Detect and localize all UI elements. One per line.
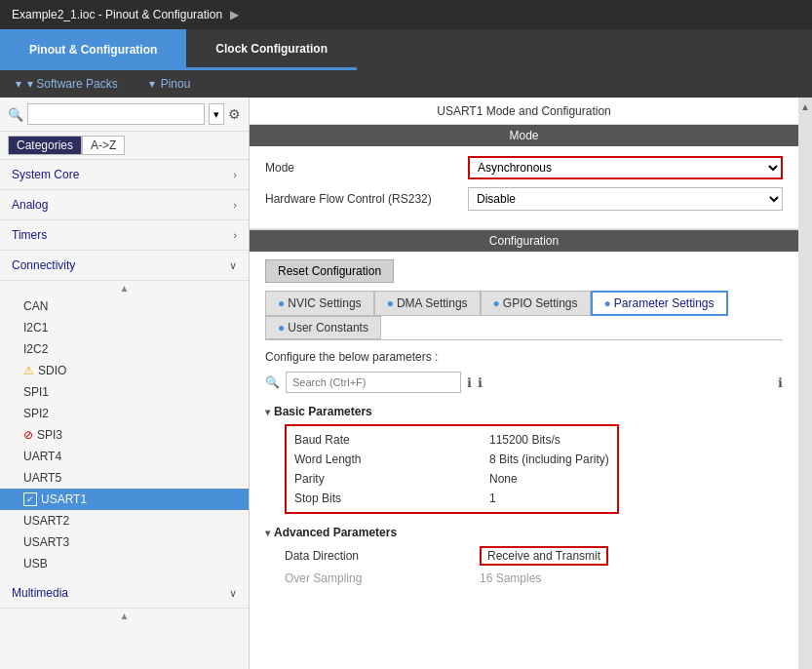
mode-label: Mode: [265, 161, 460, 175]
sub-nav-software-packs[interactable]: ▾ ▾ Software Packs: [0, 77, 134, 91]
sub-nav-pinout[interactable]: ▾ Pinou: [134, 77, 207, 91]
param-row-data-direction: Data Direction Receive and Transmit: [265, 543, 783, 569]
params-search-icon: 🔍: [265, 375, 280, 389]
sidebar-scroll-down[interactable]: ▲: [0, 609, 249, 623]
reset-config-button[interactable]: Reset Configuration: [265, 259, 394, 283]
title-bar: Example2_1.ioc - Pinout & Configuration …: [0, 0, 812, 29]
params-search-bar: 🔍 ℹ ℹ ℹ: [265, 372, 783, 393]
sidebar-sub-uart4[interactable]: UART4: [0, 446, 249, 467]
title-text: Example2_1.ioc - Pinout & Configuration: [12, 8, 222, 21]
right-scroll: ▲: [798, 98, 812, 669]
config-tab-user[interactable]: ● User Constants: [265, 316, 381, 339]
sidebar-sub-spi2[interactable]: SPI2: [0, 403, 249, 424]
sidebar-sub-spi1[interactable]: SPI1: [0, 381, 249, 403]
main-layout: 🔍 ▾ ⚙ Categories A->Z System Core › Anal…: [0, 98, 812, 669]
check-icon: ●: [493, 296, 500, 310]
params-info-icon1: ℹ: [467, 375, 472, 390]
sidebar-sub-usb[interactable]: USB: [0, 553, 249, 574]
title-arrow: ▶: [230, 8, 239, 21]
param-row-baud-rate: Baud Rate 115200 Bits/s: [294, 430, 609, 450]
mode-select[interactable]: Asynchronous: [468, 156, 783, 179]
param-row-parity: Parity None: [294, 469, 609, 489]
chevron-down-icon-multimedia: ∨: [229, 587, 237, 600]
sidebar-tabs: Categories A->Z: [0, 132, 249, 160]
config-tabs: ● NVIC Settings ● DMA Settings ● GPIO Se…: [265, 291, 783, 340]
chevron-right-icon: ›: [233, 169, 237, 180]
sidebar-sub-can[interactable]: CAN: [0, 295, 249, 317]
sidebar-sub-spi3[interactable]: ⊘ SPI3: [0, 424, 249, 446]
sidebar-search-icon: 🔍: [8, 107, 23, 122]
tab-clock-config[interactable]: Clock Configuration: [186, 29, 357, 70]
check-icon: ●: [278, 296, 285, 310]
chevron-down-icon: ∨: [229, 259, 237, 272]
sidebar-search-bar: 🔍 ▾ ⚙: [0, 98, 249, 132]
sidebar-item-timers[interactable]: Timers ›: [0, 220, 249, 251]
params-info-icon2: ℹ: [478, 375, 483, 390]
config-tab-param[interactable]: ● Parameter Settings: [591, 291, 728, 316]
collapse-icon: ▾: [265, 528, 270, 538]
sidebar-sub-usart3[interactable]: USART3: [0, 531, 249, 553]
top-nav: Pinout & Configuration Clock Configurati…: [0, 29, 812, 70]
cancel-icon: ⊘: [23, 428, 33, 442]
mode-row-hwflow: Hardware Flow Control (RS232) Disable: [265, 187, 783, 211]
content-header: USART1 Mode and Configuration: [250, 98, 798, 125]
sidebar-tab-az[interactable]: A->Z: [82, 136, 125, 155]
sidebar-sub-uart5[interactable]: UART5: [0, 467, 249, 489]
chevron-right-icon: ›: [233, 229, 237, 241]
collapse-icon: ▾: [265, 407, 270, 417]
sidebar-item-connectivity[interactable]: Connectivity ∨: [0, 251, 249, 281]
advanced-params-header[interactable]: ▾ Advanced Parameters: [265, 522, 783, 543]
basic-params-header[interactable]: ▾ Basic Parameters: [265, 401, 783, 422]
content-area: USART1 Mode and Configuration Mode Mode …: [250, 98, 798, 669]
sidebar-sub-sdio[interactable]: ⚠ SDIO: [0, 360, 249, 381]
config-section-title: Configuration: [250, 230, 798, 252]
sidebar-item-system-core[interactable]: System Core ›: [0, 160, 249, 190]
sidebar-tab-categories[interactable]: Categories: [8, 136, 82, 155]
mode-row-mode: Mode Asynchronous: [265, 156, 783, 179]
mode-section-title: Mode: [250, 125, 798, 146]
sidebar-item-analog[interactable]: Analog ›: [0, 190, 249, 220]
check-icon: ●: [604, 296, 611, 310]
sidebar-sub-i2c1[interactable]: I2C1: [0, 317, 249, 338]
params-search-input[interactable]: [286, 372, 461, 393]
sidebar-sub-usart2[interactable]: USART2: [0, 510, 249, 531]
check-icon: ●: [278, 321, 285, 334]
sidebar-scroll-up[interactable]: ▲: [0, 281, 249, 295]
param-row-word-length: Word Length 8 Bits (including Parity): [294, 450, 609, 469]
hwflow-label: Hardware Flow Control (RS232): [265, 192, 460, 206]
sub-nav: ▾ ▾ Software Packs ▾ Pinou: [0, 70, 812, 98]
sidebar-sub-i2c2[interactable]: I2C2: [0, 338, 249, 360]
params-label: Configure the below parameters :: [265, 346, 783, 368]
config-tab-gpio[interactable]: ● GPIO Settings: [481, 291, 591, 316]
hwflow-select[interactable]: Disable: [468, 187, 783, 211]
check-icon: ✓: [23, 492, 37, 506]
sidebar: 🔍 ▾ ⚙ Categories A->Z System Core › Anal…: [0, 98, 250, 669]
warning-icon: ⚠: [23, 364, 34, 377]
config-tab-nvic[interactable]: ● NVIC Settings: [265, 291, 374, 316]
sidebar-search-dropdown[interactable]: ▾: [209, 103, 224, 125]
check-icon: ●: [387, 296, 394, 310]
params-info-icon3: ℹ: [778, 375, 783, 390]
tab-pinout-config[interactable]: Pinout & Configuration: [0, 29, 186, 70]
sidebar-sub-usart1[interactable]: ✓ USART1: [0, 489, 249, 510]
sidebar-item-multimedia[interactable]: Multimedia ∨: [0, 578, 249, 609]
sidebar-search-input[interactable]: [27, 103, 205, 125]
mode-section: Mode Asynchronous Hardware Flow Control …: [250, 146, 798, 230]
param-row-stop-bits: Stop Bits 1: [294, 489, 609, 508]
sidebar-gear-icon[interactable]: ⚙: [228, 106, 241, 122]
param-row-over-sampling: Over Sampling 16 Samples: [265, 569, 783, 588]
config-section: Reset Configuration ● NVIC Settings ● DM…: [250, 252, 798, 596]
basic-params-group: Baud Rate 115200 Bits/s Word Length 8 Bi…: [285, 424, 619, 514]
config-tab-dma[interactable]: ● DMA Settings: [374, 291, 481, 316]
chevron-right-icon: ›: [233, 199, 237, 211]
scroll-arrow-up[interactable]: ▲: [800, 101, 810, 112]
